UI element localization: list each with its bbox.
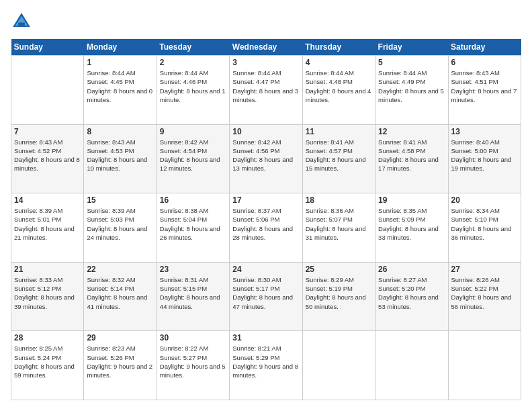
day-number: 22 <box>87 265 153 274</box>
calendar-cell: 31 Sunrise: 8:21 AMSunset: 5:29 PMDaylig… <box>230 331 302 400</box>
day-number: 24 <box>232 265 299 274</box>
day-detail: Sunrise: 8:23 AMSunset: 5:26 PMDaylight:… <box>87 344 153 379</box>
calendar-cell: 23 Sunrise: 8:31 AMSunset: 5:15 PMDaylig… <box>157 262 229 331</box>
day-detail: Sunrise: 8:38 AMSunset: 5:04 PMDaylight:… <box>160 206 226 242</box>
calendar-cell: 26 Sunrise: 8:27 AMSunset: 5:20 PMDaylig… <box>375 262 448 331</box>
day-number: 5 <box>378 58 445 67</box>
calendar-cell: 18 Sunrise: 8:36 AMSunset: 5:07 PMDaylig… <box>302 193 375 263</box>
day-number: 16 <box>160 195 226 205</box>
day-detail: Sunrise: 8:36 AMSunset: 5:07 PMDaylight:… <box>306 206 372 242</box>
calendar-cell: 12 Sunrise: 8:41 AMSunset: 4:58 PMDaylig… <box>375 124 448 193</box>
day-number: 30 <box>160 333 226 342</box>
day-detail: Sunrise: 8:39 AMSunset: 5:03 PMDaylight:… <box>87 206 153 242</box>
day-detail: Sunrise: 8:43 AMSunset: 4:53 PMDaylight:… <box>87 138 153 173</box>
day-number: 1 <box>87 58 153 67</box>
day-detail: Sunrise: 8:44 AMSunset: 4:47 PMDaylight:… <box>232 68 299 104</box>
day-header: Saturday <box>448 39 521 56</box>
day-number: 15 <box>87 195 153 205</box>
svg-rect-2 <box>18 23 25 27</box>
calendar-cell <box>11 56 84 125</box>
day-number: 9 <box>160 127 226 136</box>
day-detail: Sunrise: 8:34 AMSunset: 5:10 PMDaylight:… <box>451 206 518 242</box>
day-header: Wednesday <box>230 39 302 56</box>
day-detail: Sunrise: 8:22 AMSunset: 5:27 PMDaylight:… <box>160 344 226 379</box>
logo <box>11 11 36 32</box>
calendar-cell: 22 Sunrise: 8:32 AMSunset: 5:14 PMDaylig… <box>84 262 157 331</box>
day-number: 27 <box>451 265 518 274</box>
day-number: 26 <box>378 265 445 274</box>
day-number: 12 <box>378 127 445 136</box>
day-number: 19 <box>378 195 445 205</box>
day-detail: Sunrise: 8:44 AMSunset: 4:48 PMDaylight:… <box>306 68 372 104</box>
day-number: 13 <box>451 127 518 136</box>
day-header: Monday <box>84 39 157 56</box>
day-number: 8 <box>87 127 153 136</box>
day-detail: Sunrise: 8:35 AMSunset: 5:09 PMDaylight:… <box>378 206 445 242</box>
calendar-cell: 17 Sunrise: 8:37 AMSunset: 5:06 PMDaylig… <box>230 193 302 263</box>
calendar-table: SundayMondayTuesdayWednesdayThursdayFrid… <box>11 39 521 400</box>
calendar-cell: 5 Sunrise: 8:44 AMSunset: 4:49 PMDayligh… <box>375 56 448 125</box>
day-detail: Sunrise: 8:37 AMSunset: 5:06 PMDaylight:… <box>232 206 299 242</box>
day-header: Friday <box>375 39 448 56</box>
calendar-cell: 9 Sunrise: 8:42 AMSunset: 4:54 PMDayligh… <box>157 124 229 193</box>
calendar-week-row: 7 Sunrise: 8:43 AMSunset: 4:52 PMDayligh… <box>11 124 521 193</box>
logo-icon <box>11 11 32 32</box>
day-detail: Sunrise: 8:44 AMSunset: 4:45 PMDaylight:… <box>87 68 153 104</box>
day-number: 7 <box>14 127 81 136</box>
day-number: 29 <box>87 333 153 342</box>
calendar-cell: 3 Sunrise: 8:44 AMSunset: 4:47 PMDayligh… <box>230 56 302 125</box>
calendar-cell: 2 Sunrise: 8:44 AMSunset: 4:46 PMDayligh… <box>157 56 229 125</box>
day-number: 4 <box>306 58 372 67</box>
day-header: Sunday <box>11 39 84 56</box>
header <box>11 11 521 32</box>
day-number: 14 <box>14 195 81 205</box>
calendar-week-row: 28 Sunrise: 8:25 AMSunset: 5:24 PMDaylig… <box>11 331 521 400</box>
day-number: 21 <box>14 265 81 274</box>
header-row: SundayMondayTuesdayWednesdayThursdayFrid… <box>11 39 521 56</box>
day-detail: Sunrise: 8:32 AMSunset: 5:14 PMDaylight:… <box>87 275 153 311</box>
calendar-cell <box>448 331 521 400</box>
day-detail: Sunrise: 8:40 AMSunset: 5:00 PMDaylight:… <box>451 138 518 173</box>
page: SundayMondayTuesdayWednesdayThursdayFrid… <box>0 0 532 411</box>
day-detail: Sunrise: 8:44 AMSunset: 4:46 PMDaylight:… <box>160 68 226 104</box>
calendar-cell: 13 Sunrise: 8:40 AMSunset: 5:00 PMDaylig… <box>448 124 521 193</box>
calendar-week-row: 21 Sunrise: 8:33 AMSunset: 5:12 PMDaylig… <box>11 262 521 331</box>
calendar-cell: 1 Sunrise: 8:44 AMSunset: 4:45 PMDayligh… <box>84 56 157 125</box>
day-number: 28 <box>14 333 81 342</box>
calendar-cell: 11 Sunrise: 8:41 AMSunset: 4:57 PMDaylig… <box>302 124 375 193</box>
day-detail: Sunrise: 8:43 AMSunset: 4:52 PMDaylight:… <box>14 138 81 173</box>
calendar-cell: 29 Sunrise: 8:23 AMSunset: 5:26 PMDaylig… <box>84 331 157 400</box>
calendar-cell: 16 Sunrise: 8:38 AMSunset: 5:04 PMDaylig… <box>157 193 229 263</box>
day-detail: Sunrise: 8:41 AMSunset: 4:58 PMDaylight:… <box>378 138 445 173</box>
day-detail: Sunrise: 8:31 AMSunset: 5:15 PMDaylight:… <box>160 275 226 311</box>
calendar-cell: 7 Sunrise: 8:43 AMSunset: 4:52 PMDayligh… <box>11 124 84 193</box>
day-header: Thursday <box>302 39 375 56</box>
day-detail: Sunrise: 8:42 AMSunset: 4:54 PMDaylight:… <box>160 138 226 173</box>
calendar-cell: 20 Sunrise: 8:34 AMSunset: 5:10 PMDaylig… <box>448 193 521 263</box>
day-detail: Sunrise: 8:27 AMSunset: 5:20 PMDaylight:… <box>378 275 445 311</box>
day-number: 11 <box>306 127 372 136</box>
day-detail: Sunrise: 8:39 AMSunset: 5:01 PMDaylight:… <box>14 206 81 242</box>
calendar-cell: 10 Sunrise: 8:42 AMSunset: 4:56 PMDaylig… <box>230 124 302 193</box>
calendar-cell: 28 Sunrise: 8:25 AMSunset: 5:24 PMDaylig… <box>11 331 84 400</box>
calendar-cell: 14 Sunrise: 8:39 AMSunset: 5:01 PMDaylig… <box>11 193 84 263</box>
day-number: 20 <box>451 195 518 205</box>
calendar-cell: 4 Sunrise: 8:44 AMSunset: 4:48 PMDayligh… <box>302 56 375 125</box>
day-detail: Sunrise: 8:43 AMSunset: 4:51 PMDaylight:… <box>451 68 518 104</box>
day-number: 6 <box>451 58 518 67</box>
day-number: 2 <box>160 58 226 67</box>
day-detail: Sunrise: 8:33 AMSunset: 5:12 PMDaylight:… <box>14 275 81 311</box>
day-number: 17 <box>232 195 299 205</box>
day-number: 23 <box>160 265 226 274</box>
calendar-cell: 8 Sunrise: 8:43 AMSunset: 4:53 PMDayligh… <box>84 124 157 193</box>
day-detail: Sunrise: 8:41 AMSunset: 4:57 PMDaylight:… <box>306 138 372 173</box>
calendar-cell: 19 Sunrise: 8:35 AMSunset: 5:09 PMDaylig… <box>375 193 448 263</box>
calendar-cell: 15 Sunrise: 8:39 AMSunset: 5:03 PMDaylig… <box>84 193 157 263</box>
day-number: 10 <box>232 127 299 136</box>
calendar-cell: 27 Sunrise: 8:26 AMSunset: 5:22 PMDaylig… <box>448 262 521 331</box>
day-header: Tuesday <box>157 39 229 56</box>
day-detail: Sunrise: 8:30 AMSunset: 5:17 PMDaylight:… <box>232 275 299 311</box>
calendar-week-row: 14 Sunrise: 8:39 AMSunset: 5:01 PMDaylig… <box>11 193 521 263</box>
day-detail: Sunrise: 8:44 AMSunset: 4:49 PMDaylight:… <box>378 68 445 104</box>
calendar-cell: 25 Sunrise: 8:29 AMSunset: 5:19 PMDaylig… <box>302 262 375 331</box>
